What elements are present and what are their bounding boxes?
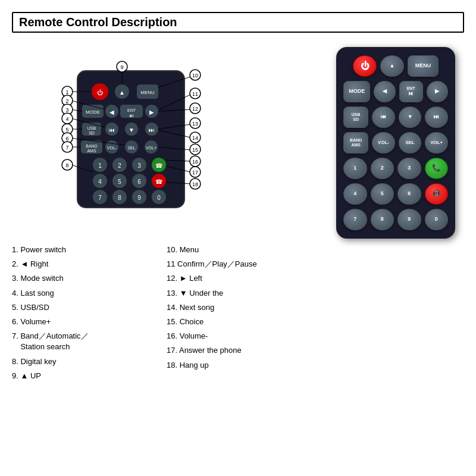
svg-text:13: 13 [192, 121, 198, 127]
key-4-button[interactable]: 4 [343, 183, 367, 205]
key-9-button[interactable]: 9 [397, 209, 421, 230]
svg-text:18: 18 [192, 181, 198, 187]
key-2-label: 2 [381, 165, 384, 171]
svg-text:2: 2 [118, 162, 121, 169]
svg-text:6: 6 [137, 178, 141, 185]
svg-text:▶: ▶ [149, 109, 154, 115]
svg-text:☎: ☎ [155, 178, 162, 185]
key-6-label: 6 [408, 191, 411, 197]
prev-icon: ⏮ [381, 114, 386, 120]
svg-text:2: 2 [65, 98, 68, 104]
key-2-button[interactable]: 2 [371, 158, 394, 179]
svg-text:⏯: ⏯ [129, 113, 134, 118]
left-icon: ◀ [383, 89, 387, 95]
next-button[interactable]: ⏭ [425, 107, 448, 128]
key-6-button[interactable]: 6 [397, 183, 421, 205]
svg-text:14: 14 [192, 135, 198, 141]
mode-button[interactable]: MODE [343, 81, 370, 102]
svg-text:4: 4 [65, 116, 68, 122]
svg-text:◀: ◀ [109, 109, 114, 115]
key-5-button[interactable]: 5 [371, 183, 394, 205]
svg-text:☎: ☎ [155, 162, 162, 169]
sel-button[interactable]: SEL [399, 132, 422, 154]
key-8-button[interactable]: 8 [371, 209, 394, 230]
answer-button[interactable]: 📞 [425, 158, 449, 179]
svg-text:⏮: ⏮ [109, 127, 115, 133]
svg-text:MODE: MODE [86, 109, 100, 115]
key-0-button[interactable]: 0 [425, 209, 449, 230]
svg-text:0: 0 [157, 195, 161, 201]
desc-4: 4. Last song [12, 288, 161, 299]
down-icon: ▼ [408, 114, 413, 120]
answer-icon: 📞 [432, 164, 441, 172]
remote-row-6: 4 5 6 📵 [343, 183, 448, 205]
usb-label: USB [352, 112, 361, 117]
desc-12: 12. ► Left [167, 273, 315, 284]
remote-body: ⏻ ▲ MENU MODE ◀ [336, 47, 455, 239]
svg-text:USB: USB [87, 126, 96, 130]
down-button[interactable]: ▼ [399, 107, 422, 128]
right-button[interactable]: ▶ [427, 81, 448, 102]
hangup-icon: 📵 [432, 190, 441, 198]
remote-row-7: 7 8 9 0 [343, 209, 448, 230]
key-4-label: 4 [353, 191, 356, 197]
desc-14: 14. Next song [167, 302, 315, 313]
power-button[interactable]: ⏻ [353, 55, 377, 77]
key-7-button[interactable]: 7 [343, 209, 367, 230]
diagram-area: ⏻ ▲ MENU MODE ◀ ENT ⏯ ▶ [12, 41, 321, 237]
next-icon: ⏭ [434, 114, 439, 120]
key-0-label: 0 [435, 217, 438, 223]
usb-button[interactable]: USB SD [343, 107, 368, 128]
page-title: Remote Control Description [12, 12, 464, 33]
desc-8: 8. Digital key [12, 356, 161, 367]
desc-6: 6. Volume+ [12, 317, 161, 327]
vol-minus-button[interactable]: VOL- [372, 132, 395, 154]
svg-text:6: 6 [65, 136, 68, 142]
svg-text:8: 8 [118, 195, 121, 201]
desc-10: 10. Menu [167, 245, 315, 255]
up-icon: ▲ [390, 63, 395, 69]
svg-text:3: 3 [137, 162, 141, 169]
band-button[interactable]: BAND AMS [343, 132, 368, 154]
sd-label: SD [353, 117, 359, 122]
vol-plus-button[interactable]: VOL+ [425, 132, 448, 154]
key-1-button[interactable]: 1 [343, 158, 367, 179]
remote-row-2: MODE ◀ ENT ⏯ ▶ [343, 81, 448, 102]
up-button[interactable]: ▲ [380, 55, 404, 77]
svg-text:5: 5 [118, 178, 121, 185]
prev-button[interactable]: ⏮ [372, 107, 395, 128]
remote-row-3: USB SD ⏮ ▼ ⏭ [343, 107, 448, 128]
svg-text:1: 1 [65, 89, 68, 95]
svg-text:VOL+: VOL+ [146, 146, 156, 150]
ams-label: AMS [351, 143, 361, 148]
desc-2: 2. ◄ Right [12, 259, 161, 270]
left-button[interactable]: ◀ [374, 81, 395, 102]
key-7-label: 7 [353, 217, 356, 223]
desc-15: 15. Choice [167, 317, 315, 327]
svg-text:ENT: ENT [127, 108, 136, 112]
desc-7: 7. Band／Automatic／ Station search [12, 331, 161, 352]
svg-text:8: 8 [65, 162, 68, 168]
hangup-button[interactable]: 📵 [425, 183, 449, 205]
svg-text:1: 1 [98, 162, 102, 169]
vol-minus-label: VOL- [378, 140, 389, 146]
key-1-label: 1 [353, 165, 356, 171]
mode-label: MODE [349, 89, 365, 95]
svg-text:7: 7 [65, 145, 68, 151]
desc-1: 1. Power switch [12, 245, 161, 255]
desc-col-left: 1. Power switch 2. ◄ Right 3. Mode switc… [12, 245, 167, 470]
menu-button[interactable]: MENU [408, 55, 439, 77]
desc-col-right: 10. Menu 11 Confirm／Play／Pause 12. ► Lef… [167, 245, 321, 470]
key-3-button[interactable]: 3 [397, 158, 421, 179]
descriptions: 1. Power switch 2. ◄ Right 3. Mode switc… [12, 245, 321, 470]
desc-11: 11 Confirm／Play／Pause [167, 259, 315, 270]
menu-label: MENU [415, 63, 431, 69]
band-label: BAND [350, 138, 362, 143]
desc-13: 13. ▼ Under the [167, 288, 315, 299]
svg-text:BAND: BAND [86, 144, 97, 148]
ent-button[interactable]: ENT ⏯ [399, 81, 423, 102]
svg-text:▲: ▲ [119, 89, 125, 96]
sel-label: SEL [405, 140, 415, 146]
svg-text:⏻: ⏻ [97, 89, 103, 96]
remote-visual: ⏻ ▲ MENU MODE ◀ [327, 41, 464, 470]
